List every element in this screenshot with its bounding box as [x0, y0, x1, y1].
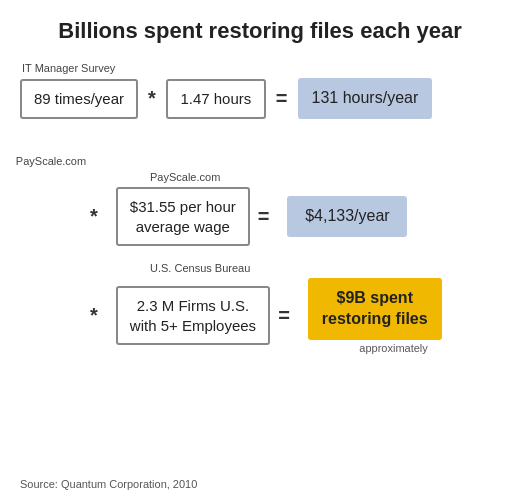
row3-box1: 2.3 M Firms U.S. with 5+ Employees	[116, 286, 270, 345]
row1-content: 89 times/year * 1.47 hours = 131 hours/y…	[20, 78, 500, 119]
row1-op2: =	[276, 87, 288, 110]
row3-label: U.S. Census Bureau	[150, 262, 500, 274]
row3-result-col: $9B spent restoring files approximately	[308, 278, 442, 354]
row1-box2: 1.47 hours	[166, 79, 266, 119]
row1-label: IT Manager Survey	[22, 62, 500, 74]
row2-section-label: PayScale.com	[16, 155, 86, 167]
row3-content: * 2.3 M Firms U.S. with 5+ Employees = $…	[80, 278, 500, 354]
page-title: Billions spent restoring files each year	[20, 18, 500, 44]
row2-section: PayScale.com PayScale.com * $31.55 per h…	[20, 133, 500, 246]
row1-section: IT Manager Survey 89 times/year * 1.47 h…	[20, 62, 500, 119]
row3-op1: *	[90, 304, 98, 327]
row2-content: * $31.55 per hour average wage = $4,133/…	[80, 187, 500, 246]
row1-box3: 131 hours/year	[298, 78, 433, 119]
row3-section: U.S. Census Bureau * 2.3 M Firms U.S. wi…	[20, 262, 500, 354]
approximately-label: approximately	[308, 342, 428, 354]
row1-box1: 89 times/year	[20, 79, 138, 119]
row2-op1: *	[90, 205, 98, 228]
row3-box2: $9B spent restoring files	[308, 278, 442, 340]
row2-label: PayScale.com	[150, 171, 500, 183]
row3-op2: =	[278, 304, 290, 327]
row1-op1: *	[148, 87, 156, 110]
row2-box1: $31.55 per hour average wage	[116, 187, 250, 246]
page: Billions spent restoring files each year…	[0, 0, 520, 500]
row2-box2: $4,133/year	[287, 196, 407, 237]
row2-op2: =	[258, 205, 270, 228]
source-label: Source: Quantum Corporation, 2010	[20, 472, 500, 490]
